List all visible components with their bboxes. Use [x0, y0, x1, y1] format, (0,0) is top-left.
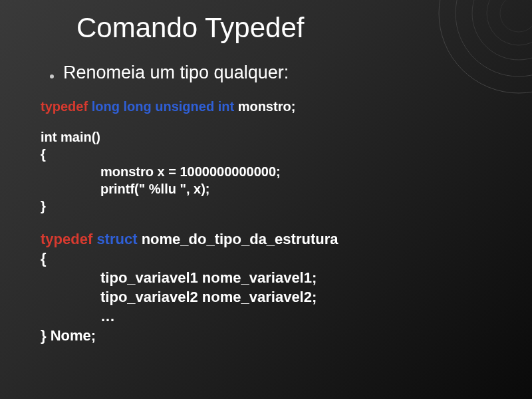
struct-line2: tipo_variavel2 nome_variavel2;	[41, 287, 495, 307]
brace-open: {	[41, 146, 495, 163]
code-main: int main() { monstro x = 1000000000000; …	[41, 128, 495, 215]
main-line2: printf(" %llu ", x);	[41, 180, 495, 198]
code-typedef-struct: typedef struct nome_do_tipo_da_estrutura…	[41, 229, 495, 345]
slide: Comando Typedef Renomeia um tipo qualque…	[0, 0, 532, 345]
main-signature: int main()	[41, 128, 495, 146]
bullet-text: Renomeia um tipo qualquer:	[63, 63, 289, 83]
main-line1: monstro x = 1000000000000;	[41, 163, 495, 180]
struct-line1: tipo_variavel1 nome_variavel1;	[41, 268, 495, 287]
type-names: long long unsigned int	[92, 99, 234, 114]
struct-name: nome_do_tipo_da_estrutura	[142, 231, 338, 247]
keyword-struct: struct	[96, 231, 137, 247]
struct-brace-close: } Nome;	[41, 326, 495, 345]
keyword-typedef-2: typedef	[41, 231, 92, 247]
bullet-item: Renomeia um tipo qualquer:	[50, 63, 495, 83]
keyword-typedef: typedef	[41, 99, 88, 114]
bullet-icon	[50, 74, 54, 78]
slide-title: Comando Typedef	[76, 12, 495, 44]
struct-line3: …	[41, 307, 495, 326]
brace-close: }	[41, 198, 495, 215]
struct-brace-open: {	[41, 249, 495, 268]
code-typedef-simple: typedef long long unsigned int monstro;	[41, 98, 495, 115]
alias-name: monstro;	[238, 99, 296, 114]
